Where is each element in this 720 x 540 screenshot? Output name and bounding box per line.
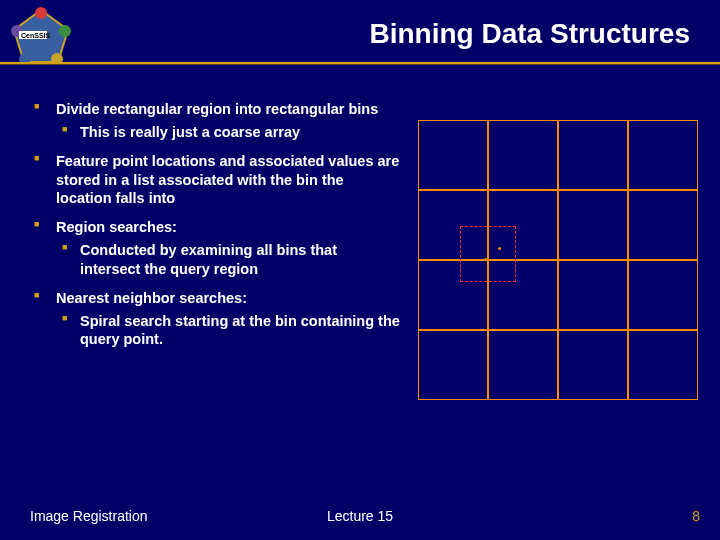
sub-bullet-item: This is really just a coarse array <box>56 123 400 142</box>
svg-text:CenSSIS: CenSSIS <box>21 32 51 39</box>
bullet-text: Nearest neighbor searches: <box>56 290 247 306</box>
footer-left: Image Registration <box>30 508 148 524</box>
grid-cell <box>628 330 698 400</box>
pentagon-logo-icon: CenSSIS <box>11 7 71 67</box>
slide-title: Binning Data Structures <box>370 18 690 50</box>
bullet-item: Region searches:Conducted by examining a… <box>30 218 400 279</box>
sub-bullet-item: Spiral search starting at the bin contai… <box>56 312 400 350</box>
grid-cell <box>488 120 558 190</box>
footer-center: Lecture 15 <box>327 508 393 524</box>
grid-cell <box>418 120 488 190</box>
slide-header: CenSSIS Binning Data Structures <box>0 0 720 68</box>
grid-cell <box>558 120 628 190</box>
grid-cell <box>418 330 488 400</box>
grid-cell <box>628 120 698 190</box>
bullet-item: Feature point locations and associated v… <box>30 152 400 209</box>
grid-cell <box>488 330 558 400</box>
bullet-item: Divide rectangular region into rectangul… <box>30 100 400 142</box>
grid-cell <box>558 260 628 330</box>
svg-point-1 <box>35 7 47 19</box>
feature-point-dot <box>484 258 487 261</box>
slide-footer: Image Registration Lecture 15 8 <box>0 508 720 528</box>
bullet-text: Region searches: <box>56 219 177 235</box>
grid-cell <box>558 330 628 400</box>
grid-cell <box>628 260 698 330</box>
grid-cell <box>628 190 698 260</box>
bullet-text: Feature point locations and associated v… <box>56 153 399 207</box>
header-rule <box>0 62 720 65</box>
slide-number: 8 <box>692 508 700 524</box>
svg-point-2 <box>59 25 71 37</box>
sub-bullet-item: Conducted by examining all bins that int… <box>56 241 400 279</box>
bullet-item: Nearest neighbor searches:Spiral search … <box>30 289 400 350</box>
grid-cell <box>558 190 628 260</box>
query-region-box <box>460 226 516 282</box>
feature-point-dot <box>498 247 501 250</box>
bullet-text: Divide rectangular region into rectangul… <box>56 101 378 117</box>
